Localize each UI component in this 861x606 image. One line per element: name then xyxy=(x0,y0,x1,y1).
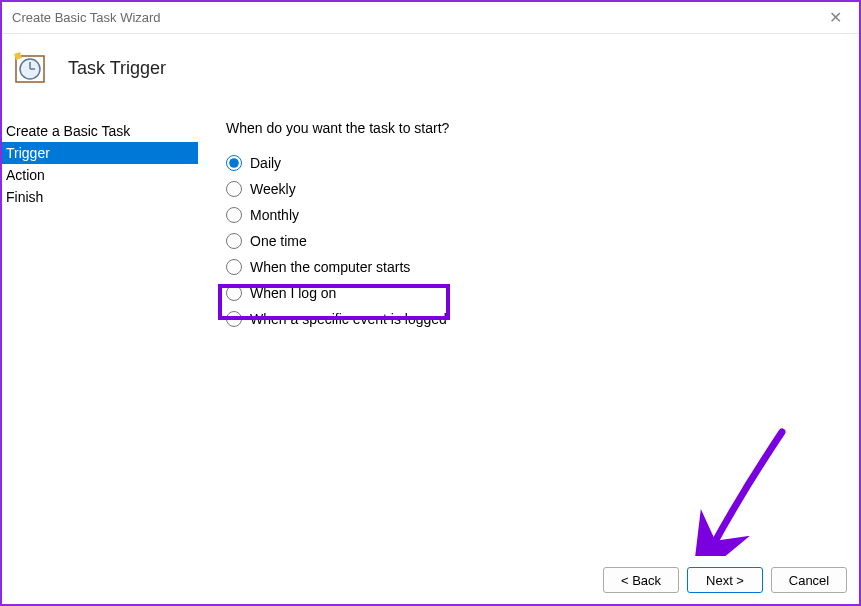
option-when-a-specific-event-is-logged[interactable]: When a specific event is logged xyxy=(226,306,859,332)
next-button[interactable]: Next > xyxy=(687,567,763,593)
sidebar-item-create-a-basic-task[interactable]: Create a Basic Task xyxy=(2,120,198,142)
prompt-text: When do you want the task to start? xyxy=(226,120,859,136)
close-icon[interactable]: ✕ xyxy=(819,8,851,27)
radio-input[interactable] xyxy=(226,233,242,249)
sidebar-item-action[interactable]: Action xyxy=(2,164,198,186)
option-daily[interactable]: Daily xyxy=(226,150,859,176)
option-weekly[interactable]: Weekly xyxy=(226,176,859,202)
radio-input[interactable] xyxy=(226,207,242,223)
option-label: One time xyxy=(250,233,307,249)
back-button[interactable]: < Back xyxy=(603,567,679,593)
option-label: When a specific event is logged xyxy=(250,311,447,327)
cancel-button[interactable]: Cancel xyxy=(771,567,847,593)
option-monthly[interactable]: Monthly xyxy=(226,202,859,228)
clock-task-icon xyxy=(10,48,50,88)
window-title: Create Basic Task Wizard xyxy=(12,10,161,25)
footer: < Back Next > Cancel xyxy=(2,556,859,604)
radio-input[interactable] xyxy=(226,155,242,171)
option-when-the-computer-starts[interactable]: When the computer starts xyxy=(226,254,859,280)
option-one-time[interactable]: One time xyxy=(226,228,859,254)
option-label: Monthly xyxy=(250,207,299,223)
header: Task Trigger xyxy=(2,34,859,112)
main-panel: When do you want the task to start? Dail… xyxy=(198,112,859,554)
titlebar: Create Basic Task Wizard ✕ xyxy=(2,2,859,34)
option-when-i-log-on[interactable]: When I log on xyxy=(226,280,859,306)
sidebar: Create a Basic TaskTriggerActionFinish xyxy=(2,112,198,554)
radio-input[interactable] xyxy=(226,311,242,327)
radio-input[interactable] xyxy=(226,285,242,301)
page-title: Task Trigger xyxy=(68,58,166,79)
radio-input[interactable] xyxy=(226,259,242,275)
sidebar-item-finish[interactable]: Finish xyxy=(2,186,198,208)
option-label: Daily xyxy=(250,155,281,171)
sidebar-item-trigger[interactable]: Trigger xyxy=(2,142,198,164)
radio-input[interactable] xyxy=(226,181,242,197)
option-label: When I log on xyxy=(250,285,336,301)
option-label: When the computer starts xyxy=(250,259,410,275)
option-label: Weekly xyxy=(250,181,296,197)
